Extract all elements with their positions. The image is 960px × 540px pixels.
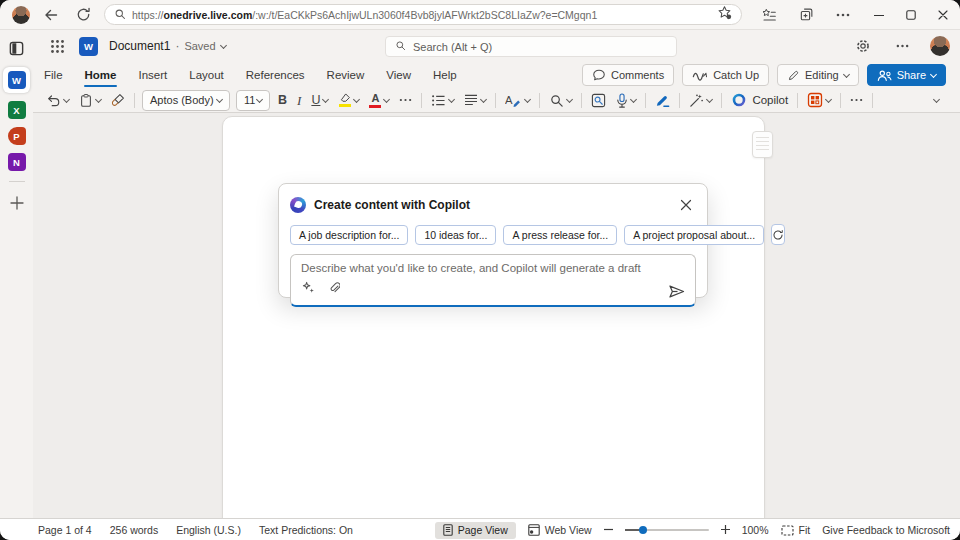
rewrite-sparkle-icon[interactable]: [302, 280, 315, 298]
refresh-suggestions-button[interactable]: [771, 224, 785, 245]
sidebar-item-onenote[interactable]: N: [8, 153, 26, 171]
catch-up-button[interactable]: Catch Up: [682, 64, 769, 86]
editing-mode-button[interactable]: Editing: [777, 64, 859, 86]
search-icon: [395, 40, 406, 53]
menu-file[interactable]: File: [33, 62, 74, 88]
sidebar-item-word[interactable]: W: [3, 67, 30, 93]
refresh-icon: [772, 229, 784, 241]
suggestion-chip[interactable]: A project proposal about...: [624, 225, 764, 245]
microsoft365-tab-icon[interactable]: [6, 37, 28, 59]
settings-gear-icon[interactable]: [852, 35, 874, 57]
refresh-icon[interactable]: [72, 4, 94, 26]
page-view-button[interactable]: Page View: [435, 522, 516, 539]
favorite-star-icon[interactable]: [717, 5, 732, 24]
font-name-select[interactable]: Aptos (Body): [142, 90, 230, 111]
font-size-select[interactable]: 11: [236, 90, 270, 111]
back-icon[interactable]: [40, 4, 62, 26]
paste-button[interactable]: [74, 88, 106, 112]
menu-review[interactable]: Review: [316, 62, 376, 88]
format-painter-button[interactable]: [106, 88, 130, 112]
zoom-slider[interactable]: [625, 529, 709, 531]
menu-references[interactable]: References: [235, 62, 316, 88]
bold-button[interactable]: B: [273, 88, 292, 112]
menu-view[interactable]: View: [375, 62, 422, 88]
bullet-list-button[interactable]: [426, 88, 459, 112]
chevron-down-icon: [353, 95, 360, 102]
editor-button[interactable]: [650, 88, 675, 112]
comments-button[interactable]: Comments: [582, 64, 674, 86]
search-input[interactable]: Search (Alt + Q): [385, 36, 677, 57]
sidebar-item-powerpoint[interactable]: P: [8, 127, 26, 145]
more-font-options-button[interactable]: [394, 88, 417, 112]
zoom-level[interactable]: 100%: [742, 524, 769, 536]
word-icon: W: [8, 71, 26, 89]
copilot-logo-icon: [290, 197, 306, 213]
browser-profile-avatar[interactable]: [12, 6, 30, 24]
word-app-icon[interactable]: W: [79, 37, 98, 56]
attach-paperclip-icon[interactable]: [328, 280, 340, 298]
document-title[interactable]: Document1 · Saved: [109, 39, 226, 53]
text-predictions-status[interactable]: Text Predictions: On: [259, 524, 353, 536]
auto-format-button[interactable]: [684, 88, 717, 112]
more-ribbon-options-button[interactable]: [845, 88, 868, 112]
designer-button[interactable]: [802, 88, 836, 112]
zoom-in-button[interactable]: [721, 524, 730, 536]
chevron-down-icon: [933, 95, 940, 102]
ribbon-display-options-button[interactable]: [929, 88, 944, 112]
more-options-icon[interactable]: [891, 35, 913, 57]
menu-insert[interactable]: Insert: [127, 62, 178, 88]
address-bar[interactable]: https://onedrive.live.com/:w:/t/EaCKkPs6…: [104, 4, 742, 25]
suggestion-chip[interactable]: A job description for...: [290, 225, 408, 245]
font-color-button[interactable]: A: [364, 88, 394, 112]
minimize-icon[interactable]: [874, 6, 884, 24]
chevron-down-icon: [825, 95, 832, 102]
ribbon-separator: [721, 93, 722, 108]
suggestion-chip[interactable]: A press release for...: [503, 225, 617, 245]
underline-button[interactable]: U: [306, 88, 333, 112]
margin-note-button[interactable]: [752, 131, 773, 158]
feedback-link[interactable]: Give Feedback to Microsoft: [822, 524, 950, 536]
menu-help[interactable]: Help: [422, 62, 468, 88]
send-prompt-button[interactable]: [668, 284, 685, 299]
share-button[interactable]: Share: [867, 64, 946, 86]
document-page[interactable]: [222, 116, 765, 518]
menu-home[interactable]: Home: [74, 62, 128, 88]
word-count-status[interactable]: 256 words: [110, 524, 158, 536]
ribbon-separator: [134, 93, 135, 108]
close-icon[interactable]: [676, 195, 696, 215]
collections-icon[interactable]: [795, 4, 817, 26]
dictate-button[interactable]: [611, 88, 641, 112]
close-icon[interactable]: [938, 6, 948, 24]
favorites-icon[interactable]: [758, 4, 780, 26]
find-button[interactable]: [544, 88, 577, 112]
suggestion-chip[interactable]: 10 ideas for...: [415, 225, 496, 245]
maximize-icon[interactable]: [906, 6, 916, 24]
page-count-status[interactable]: Page 1 of 4: [38, 524, 92, 536]
text-highlight-button[interactable]: [333, 88, 364, 112]
browser-menu-icon[interactable]: [832, 4, 854, 26]
ribbon-separator: [797, 93, 798, 108]
zoom-slider-thumb[interactable]: [639, 526, 647, 534]
comment-icon: [592, 68, 606, 82]
ribbon-separator: [840, 93, 841, 108]
user-avatar[interactable]: [930, 36, 950, 56]
undo-button[interactable]: [41, 88, 74, 112]
search-in-document-button[interactable]: [586, 88, 611, 112]
language-status[interactable]: English (U.S.): [176, 524, 241, 536]
styles-button[interactable]: A: [500, 88, 535, 112]
magnifier-icon: [549, 93, 564, 108]
zoom-out-button[interactable]: [604, 524, 613, 536]
paragraph-align-button[interactable]: [459, 88, 491, 112]
fit-button[interactable]: Fit: [781, 524, 811, 536]
copilot-button[interactable]: Copilot: [726, 88, 793, 112]
sidebar-item-excel[interactable]: X: [8, 101, 26, 119]
copilot-prompt-input[interactable]: [301, 262, 685, 280]
app-launcher-icon[interactable]: [46, 35, 68, 57]
people-icon: [877, 69, 892, 82]
italic-button[interactable]: I: [292, 88, 306, 112]
web-view-button[interactable]: Web View: [528, 524, 592, 536]
copilot-dialog-title: Create content with Copilot: [314, 198, 470, 212]
menu-layout[interactable]: Layout: [178, 62, 235, 88]
add-app-icon[interactable]: [6, 192, 28, 214]
undo-icon: [46, 93, 61, 107]
